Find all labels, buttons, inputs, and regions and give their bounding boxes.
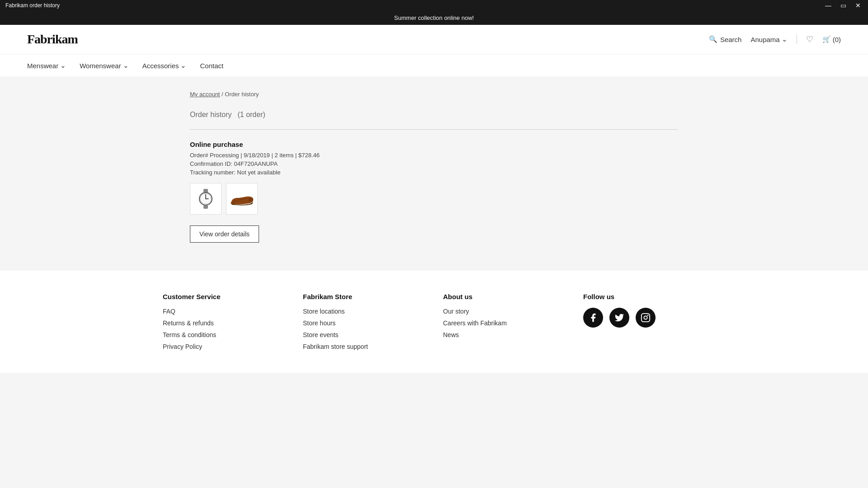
- footer-link-store-hours[interactable]: Store hours: [303, 319, 425, 327]
- header: Fabrikam 🔍 Search Anupama ⌄ ♡ 🛒 (0): [0, 25, 868, 54]
- breadcrumb-my-account[interactable]: My account: [190, 91, 220, 98]
- order-images: [190, 183, 678, 215]
- svg-rect-7: [642, 314, 650, 322]
- order-type: Online purchase: [190, 141, 678, 148]
- minimize-button[interactable]: —: [823, 2, 833, 9]
- logo[interactable]: Fabrikam: [27, 32, 78, 47]
- footer-follow-title: Follow us: [583, 293, 705, 300]
- user-menu[interactable]: Anupama ⌄: [750, 35, 787, 43]
- page-title: Order history (1 order): [190, 107, 678, 120]
- search-label: Search: [720, 36, 742, 43]
- footer-link-store-support[interactable]: Fabrikam store support: [303, 343, 425, 350]
- footer-fabrikam-store: Fabrikam Store Store locations Store hou…: [303, 293, 425, 355]
- social-icons: [583, 308, 705, 328]
- instagram-icon[interactable]: [636, 308, 656, 328]
- confirmation-value: 04F720AANUPA: [234, 160, 278, 167]
- cart-icon: 🛒: [822, 35, 831, 43]
- chevron-down-icon: ⌄: [782, 35, 788, 43]
- nav-accessories[interactable]: Accessories ⌄: [142, 54, 187, 77]
- nav-womenswear[interactable]: Womenswear ⌄: [80, 54, 128, 77]
- footer-cs-title: Customer Service: [163, 293, 285, 300]
- order-item-watch[interactable]: [190, 183, 222, 215]
- svg-point-6: [248, 198, 253, 202]
- search-icon: 🔍: [709, 35, 717, 43]
- order-meta-line1: Order# Processing | 9/18/2019 | 2 items …: [190, 152, 678, 159]
- window-title: Fabrikam order history: [5, 2, 60, 9]
- wishlist-button[interactable]: ♡: [806, 34, 813, 44]
- nav-contact[interactable]: Contact: [200, 54, 223, 77]
- tracking-info: Not yet available: [237, 169, 280, 176]
- footer-link-returns[interactable]: Returns & refunds: [163, 319, 285, 327]
- order-total-sep: |: [295, 152, 298, 159]
- order-count: (1 order): [237, 111, 265, 118]
- footer-link-our-story[interactable]: Our story: [443, 308, 565, 315]
- accessories-chevron-icon: ⌄: [180, 61, 186, 70]
- nav-menswear-label: Menswear: [27, 62, 58, 70]
- footer-link-faq[interactable]: FAQ: [163, 308, 285, 315]
- search-button[interactable]: 🔍 Search: [709, 35, 742, 43]
- order-confirmation: Confirmation ID: 04F720AANUPA: [190, 160, 678, 167]
- nav-contact-label: Contact: [200, 62, 223, 70]
- tracking-label: Tracking number:: [190, 169, 236, 176]
- footer-store-title: Fabrikam Store: [303, 293, 425, 300]
- footer-grid: Customer Service FAQ Returns & refunds T…: [163, 293, 705, 355]
- top-banner: Summer collection online now!: [0, 11, 868, 25]
- order-total: $728.46: [298, 152, 320, 159]
- order-tracking: Tracking number: Not yet available: [190, 169, 678, 176]
- nav-menswear[interactable]: Menswear ⌄: [27, 54, 66, 77]
- banner-text: Summer collection online now!: [394, 14, 474, 21]
- twitter-icon[interactable]: [609, 308, 629, 328]
- divider: [190, 129, 678, 130]
- window-title-bar: Fabrikam order history — ▭ ✕: [0, 0, 868, 11]
- order-history-title: Order history: [190, 111, 231, 118]
- confirmation-label: Confirmation ID:: [190, 160, 232, 167]
- facebook-icon[interactable]: [583, 308, 603, 328]
- svg-rect-0: [203, 189, 208, 192]
- close-button[interactable]: ✕: [854, 2, 863, 9]
- footer-follow-us: Follow us: [583, 293, 705, 355]
- menswear-chevron-icon: ⌄: [60, 61, 66, 70]
- footer-about-title: About us: [443, 293, 565, 300]
- header-divider: [797, 35, 797, 44]
- cart-button[interactable]: 🛒 (0): [822, 35, 841, 43]
- footer-customer-service: Customer Service FAQ Returns & refunds T…: [163, 293, 285, 355]
- svg-point-8: [644, 316, 647, 319]
- nav-womenswear-label: Womenswear: [80, 62, 121, 70]
- order-hash: Order#: [190, 152, 210, 159]
- svg-rect-5: [203, 205, 208, 209]
- order-status: Processing: [210, 152, 239, 159]
- breadcrumb: My account / Order history: [190, 91, 678, 98]
- cart-count: (0): [833, 36, 841, 43]
- header-right: 🔍 Search Anupama ⌄ ♡ 🛒 (0): [709, 34, 841, 44]
- restore-button[interactable]: ▭: [839, 2, 848, 9]
- nav-accessories-label: Accessories: [142, 62, 179, 70]
- womenswear-chevron-icon: ⌄: [123, 61, 129, 70]
- order-entry: Online purchase Order# Processing | 9/18…: [190, 141, 678, 243]
- main-content: My account / Order history Order history…: [163, 77, 705, 270]
- order-item-shoe[interactable]: [226, 183, 258, 215]
- footer: Customer Service FAQ Returns & refunds T…: [0, 270, 868, 373]
- footer-about-us: About us Our story Careers with Fabrikam…: [443, 293, 565, 355]
- window-controls[interactable]: — ▭ ✕: [823, 2, 863, 9]
- nav: Menswear ⌄ Womenswear ⌄ Accessories ⌄ Co…: [0, 54, 868, 77]
- heart-icon: ♡: [806, 35, 813, 44]
- view-order-details-button[interactable]: View order details: [190, 225, 259, 243]
- breadcrumb-current: Order history: [225, 91, 259, 98]
- order-date-sep: |: [241, 152, 244, 159]
- footer-link-privacy[interactable]: Privacy Policy: [163, 343, 285, 350]
- footer-link-careers[interactable]: Careers with Fabrikam: [443, 319, 565, 327]
- footer-link-terms[interactable]: Terms & conditions: [163, 331, 285, 338]
- footer-link-store-events[interactable]: Store events: [303, 331, 425, 338]
- user-name: Anupama: [750, 36, 779, 43]
- order-date: 9/18/2019: [244, 152, 270, 159]
- svg-point-9: [647, 315, 649, 316]
- footer-link-store-locations[interactable]: Store locations: [303, 308, 425, 315]
- order-items: 2 items: [274, 152, 293, 159]
- footer-link-news[interactable]: News: [443, 331, 565, 338]
